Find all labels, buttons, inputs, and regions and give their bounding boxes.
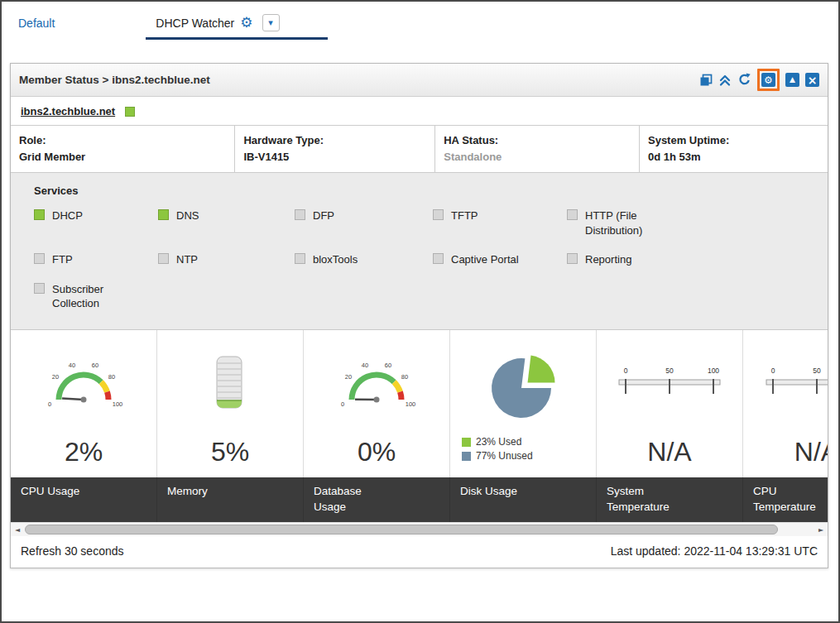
database-usage-gauge: 0 20 40 60 80 100 — [304, 330, 449, 436]
service-status-box — [433, 253, 444, 264]
system-temperature-gauge: 0 50 100 — [597, 330, 742, 436]
services-title: Services — [24, 183, 828, 208]
service-item-dhcp: DHCP — [34, 208, 158, 237]
chevron-down-icon: ▾ — [268, 18, 273, 27]
service-label: FTP — [52, 252, 73, 267]
svg-text:20: 20 — [52, 373, 59, 381]
service-label: DFP — [313, 208, 334, 223]
scrollbar-thumb[interactable] — [25, 525, 778, 534]
service-label: TFTP — [451, 208, 478, 223]
service-status-box — [34, 209, 45, 220]
duplicate-icon[interactable] — [699, 74, 713, 87]
service-label: NTP — [176, 252, 198, 267]
ha-status-label: HA Status: — [444, 132, 631, 149]
metric-label-system-temperature: System Temperature — [597, 477, 743, 522]
member-status-indicator — [125, 107, 135, 117]
member-link[interactable]: ibns2.techblue.net — [21, 105, 115, 117]
services-grid: DHCP DNS DFP TFTP HTTP (File Distributio… — [24, 208, 828, 311]
svg-text:40: 40 — [69, 362, 75, 369]
metric-label-disk-usage: Disk Usage — [450, 477, 597, 522]
uptime-label: System Uptime: — [648, 132, 819, 149]
scroll-right-arrow[interactable]: ► — [814, 523, 828, 536]
svg-text:0: 0 — [624, 367, 628, 375]
info-cell-uptime: System Uptime: 0d 1h 53m — [640, 126, 828, 172]
metric-memory: 5% Memory — [157, 330, 304, 522]
service-status-box — [567, 209, 578, 220]
svg-text:40: 40 — [362, 362, 368, 369]
svg-text:60: 60 — [92, 362, 98, 369]
svg-text:0: 0 — [48, 400, 51, 408]
service-status-box — [158, 209, 169, 220]
memory-value: 5% — [157, 436, 303, 477]
service-status-box — [295, 209, 305, 220]
svg-text:50: 50 — [665, 367, 674, 375]
collapse-widget-button[interactable]: ▲ — [785, 73, 799, 87]
svg-text:60: 60 — [385, 362, 391, 369]
svg-text:100: 100 — [708, 367, 719, 375]
svg-text:100: 100 — [113, 400, 123, 408]
disk-usage-pie — [450, 330, 596, 436]
service-status-box — [34, 283, 45, 294]
services-section: Services DHCP DNS DFP TFTP — [11, 173, 828, 330]
service-status-box — [567, 253, 578, 264]
cpu-usage-value: 2% — [11, 436, 156, 477]
service-label: HTTP (File Distribution) — [585, 208, 665, 237]
member-row: ibns2.techblue.net — [11, 97, 828, 125]
service-item-subscriber-collection: Subscriber Collection — [34, 282, 158, 311]
metric-label-database-usage: Database Usage — [304, 477, 450, 522]
info-cell-role: Role: Grid Member — [11, 126, 235, 172]
tab-dropdown-button[interactable]: ▾ — [262, 14, 280, 31]
metric-system-temperature: 0 50 100 N/A System Temperature — [597, 330, 743, 522]
svg-text:50: 50 — [813, 367, 821, 375]
disk-usage-legend: 23% Used 77% Unused — [450, 436, 596, 477]
tab-dhcp-watcher[interactable]: DHCP Watcher ⚙ ▾ — [146, 10, 327, 40]
legend-unused-swatch — [462, 452, 471, 461]
close-button[interactable]: × — [805, 73, 819, 87]
widget-toolbar: ⚙ ▲ × — [699, 69, 819, 91]
service-item-ftp: FTP — [34, 252, 158, 267]
service-status-box — [433, 209, 444, 220]
screenshot-frame: Default DHCP Watcher ⚙ ▾ Member Status >… — [0, 0, 840, 623]
horizontal-scrollbar[interactable]: ◄ ► — [11, 522, 828, 536]
service-item-http: HTTP (File Distribution) — [567, 208, 828, 237]
legend-used-label: 23% Used — [476, 436, 521, 448]
cpu-temperature-gauge: 0 50 100 — [743, 330, 828, 436]
service-label: DHCP — [52, 208, 83, 223]
uptime-value: 0d 1h 53m — [648, 149, 819, 165]
member-status-widget: Member Status > ibns2.techblue.net ⚙ — [10, 63, 828, 568]
widget-footer: Refresh 30 seconds Last updated: 2022-11… — [11, 536, 828, 568]
service-item-tftp: TFTP — [433, 208, 567, 237]
service-item-dns: DNS — [158, 208, 295, 237]
service-status-box — [295, 253, 305, 264]
svg-text:80: 80 — [108, 373, 115, 381]
last-updated-text: Last updated: 2022-11-04 13:29:31 UTC — [611, 544, 818, 558]
collapse-all-icon[interactable] — [718, 74, 732, 87]
refresh-icon[interactable] — [737, 73, 751, 87]
widget-header: Member Status > ibns2.techblue.net ⚙ — [11, 64, 828, 97]
service-item-bloxtools: bloxTools — [295, 252, 433, 267]
service-label: Reporting — [585, 252, 631, 267]
info-cell-hardware: Hardware Type: IB-V1415 — [235, 126, 435, 172]
tab-bar: Default DHCP Watcher ⚙ ▾ — [10, 10, 838, 43]
svg-text:20: 20 — [345, 373, 352, 381]
service-label: Subscriber Collection — [52, 282, 132, 311]
metric-cpu-temperature: 0 50 100 N/A CPU Temperature — [743, 330, 828, 522]
tab-gear-icon[interactable]: ⚙ — [240, 16, 252, 30]
metric-label-cpu-usage: CPU Usage — [11, 477, 157, 522]
role-value: Grid Member — [19, 149, 226, 165]
ha-status-value: Standalone — [444, 149, 631, 165]
service-label: DNS — [176, 208, 199, 223]
cpu-temperature-value: N/A — [743, 436, 828, 477]
metric-label-memory: Memory — [157, 477, 304, 522]
scroll-left-arrow[interactable]: ◄ — [11, 523, 24, 536]
service-label: bloxTools — [313, 252, 358, 267]
settings-gear-button[interactable]: ⚙ — [761, 73, 775, 87]
hardware-value: IB-V1415 — [243, 149, 426, 165]
legend-unused-label: 77% Unused — [476, 450, 533, 462]
metric-label-cpu-temperature: CPU Temperature — [743, 477, 828, 522]
tab-default[interactable]: Default — [10, 10, 63, 36]
legend-used-swatch — [462, 438, 471, 447]
service-item-captive-portal: Captive Portal — [433, 252, 567, 267]
metric-cpu-usage: 0 20 40 60 80 100 2% CPU Usage — [11, 330, 157, 522]
service-item-reporting: Reporting — [567, 252, 828, 267]
